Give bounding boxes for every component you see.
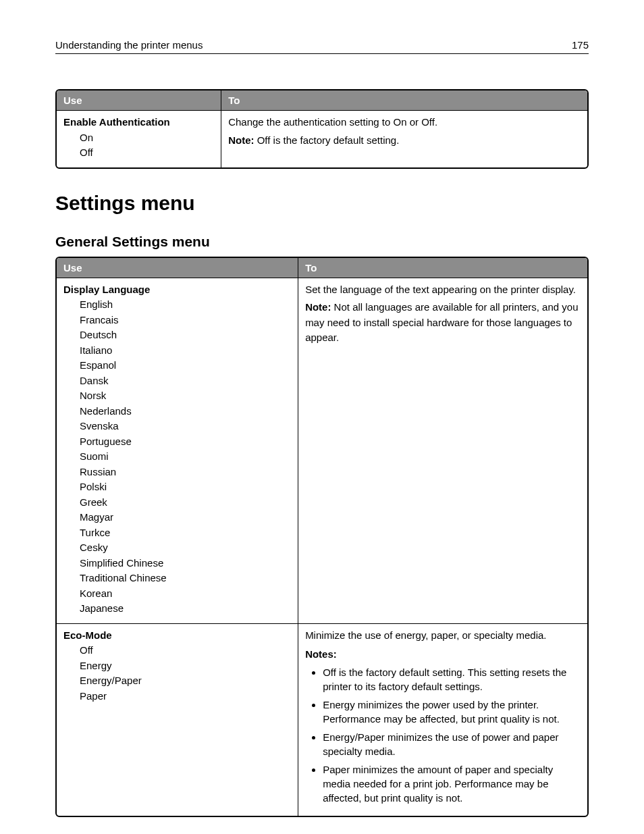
auth-table: Use To Enable Authentication On Off Chan…	[55, 89, 589, 169]
list-item: Magyar	[80, 510, 291, 525]
option-title: Eco-Mode	[63, 628, 291, 644]
list-item: Energy	[80, 658, 291, 674]
note-label: Note:	[228, 134, 254, 146]
note-label: Note:	[305, 301, 331, 313]
list-item: Greek	[80, 495, 291, 511]
list-item: Paper minimizes the amount of paper and …	[323, 762, 581, 805]
list-item: Off	[80, 643, 291, 658]
table-row: Eco-Mode Off Energy Energy/Paper Paper M…	[57, 623, 587, 816]
list-item: Traditional Chinese	[80, 571, 291, 586]
option-title: Display Language	[63, 282, 291, 298]
note-text: Not all languages are available for all …	[305, 301, 578, 343]
list-item: Energy minimizes the power used by the p…	[323, 698, 581, 726]
list-item: Energy/Paper	[80, 673, 291, 689]
general-settings-table: Use To Display Language English Francais…	[55, 257, 589, 817]
description: Change the authentication setting to On …	[228, 115, 581, 130]
list-item: Off is the factory default setting. This…	[323, 665, 581, 694]
description: Set the language of the text appearing o…	[305, 282, 581, 298]
running-header: Understanding the printer menus 175	[55, 39, 589, 54]
table-row: Enable Authentication On Off Change the …	[57, 111, 587, 167]
list-item: Cesky	[80, 540, 291, 556]
option-title: Enable Authentication	[63, 115, 214, 130]
list-item: On	[80, 130, 214, 146]
col-to: To	[298, 258, 587, 278]
col-use: Use	[57, 90, 221, 111]
note: Note: Not all languages are available fo…	[305, 300, 581, 346]
list-item: English	[80, 297, 291, 313]
list-item: Deutsch	[80, 328, 291, 343]
description: Minimize the use of energy, paper, or sp…	[305, 628, 581, 644]
list-item: Italiano	[80, 343, 291, 359]
list-item: Norsk	[80, 388, 291, 404]
option-list: On Off	[63, 130, 214, 161]
list-item: Japanese	[80, 601, 291, 617]
header-title: Understanding the printer menus	[55, 39, 203, 51]
list-item: Paper	[80, 689, 291, 704]
list-item: Suomi	[80, 449, 291, 465]
list-item: Off	[80, 145, 214, 161]
option-list: Off Energy Energy/Paper Paper	[63, 643, 291, 704]
list-item: Russian	[80, 465, 291, 480]
notes-label: Notes:	[305, 647, 581, 662]
list-item: Dansk	[80, 373, 291, 389]
page-number: 175	[572, 39, 589, 51]
subsection-heading: General Settings menu	[55, 234, 589, 250]
list-item: Espanol	[80, 358, 291, 373]
option-list: English Francais Deutsch Italiano Espano…	[63, 297, 291, 617]
list-item: Nederlands	[80, 404, 291, 419]
list-item: Polski	[80, 479, 291, 495]
list-item: Korean	[80, 586, 291, 602]
note-text: Off is the factory default setting.	[254, 134, 399, 146]
list-item: Energy/Paper minimizes the use of power …	[323, 730, 581, 758]
list-item: Portuguese	[80, 434, 291, 450]
list-item: Simplified Chinese	[80, 556, 291, 571]
section-heading: Settings menu	[55, 192, 589, 215]
table-row: Display Language English Francais Deutsc…	[57, 278, 587, 623]
col-use: Use	[57, 258, 298, 278]
notes-list: Off is the factory default setting. This…	[305, 665, 581, 805]
col-to: To	[221, 90, 587, 111]
note: Note: Off is the factory default setting…	[228, 133, 581, 149]
list-item: Svenska	[80, 419, 291, 434]
list-item: Francais	[80, 313, 291, 328]
list-item: Turkce	[80, 525, 291, 541]
